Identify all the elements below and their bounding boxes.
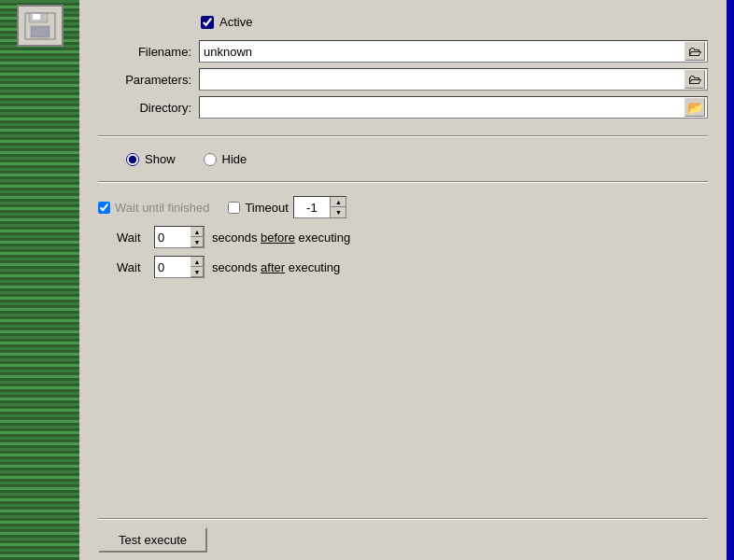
wait-before-spinner: ▲ ▼ <box>154 226 205 248</box>
timeout-spin-up[interactable]: ▲ <box>331 197 346 207</box>
filename-label: Filename: <box>98 45 191 59</box>
separator-2 <box>98 181 708 183</box>
wait-after-input[interactable] <box>155 257 191 277</box>
wait-before-input[interactable] <box>155 227 191 247</box>
show-radio[interactable] <box>126 153 139 166</box>
wait-section: Wait until finished Timeout ▲ ▼ Wait <box>98 190 708 284</box>
timeout-input[interactable] <box>294 197 330 217</box>
separator-3 <box>98 518 708 520</box>
active-label[interactable]: Active <box>219 15 252 29</box>
form-section: Filename: 🗁 Parameters: 🗁 Directory: 📂 <box>98 40 708 119</box>
active-row: Active <box>98 7 708 40</box>
sidebar <box>0 0 79 560</box>
test-execute-button[interactable]: Test execute <box>98 527 207 553</box>
filename-browse-button[interactable]: 🗁 <box>685 42 705 61</box>
wait-before-label: Wait <box>117 231 147 245</box>
wait-after-spinner: ▲ ▼ <box>154 256 205 278</box>
timeout-spin-down[interactable]: ▼ <box>331 207 346 217</box>
wait-before-spin-down[interactable]: ▼ <box>191 237 204 247</box>
wait-after-label: Wait <box>117 260 147 274</box>
wait-before-spin-up[interactable]: ▲ <box>191 227 204 237</box>
active-checkbox[interactable] <box>201 16 214 29</box>
main-content: Active Filename: 🗁 Parameters: 🗁 Directo… <box>79 0 727 560</box>
wait-after-spin-up[interactable]: ▲ <box>191 257 204 267</box>
timeout-spinner: ▲ ▼ <box>293 196 346 218</box>
directory-input-wrap: 📂 <box>199 96 708 119</box>
timeout-group: Timeout ▲ ▼ <box>228 196 346 218</box>
hide-radio[interactable] <box>204 153 217 166</box>
wait-until-checkbox[interactable] <box>98 202 110 214</box>
wait-after-spinner-buttons: ▲ ▼ <box>191 257 204 277</box>
wait-after-spin-down[interactable]: ▼ <box>191 267 204 277</box>
timeout-label: Timeout <box>245 201 288 215</box>
directory-label: Directory: <box>98 101 191 115</box>
wait-top-row: Wait until finished Timeout ▲ ▼ <box>98 196 708 218</box>
parameters-row: Parameters: 🗁 <box>98 68 708 91</box>
parameters-label: Parameters: <box>98 73 191 87</box>
show-label: Show <box>145 152 176 166</box>
directory-input[interactable] <box>202 101 685 115</box>
timeout-spinner-buttons: ▲ ▼ <box>330 197 346 217</box>
task-icon <box>17 5 64 47</box>
parameters-input[interactable] <box>202 73 685 87</box>
wait-until-label: Wait until finished <box>115 201 209 215</box>
timeout-checkbox[interactable] <box>228 202 240 214</box>
filename-input[interactable] <box>202 45 685 59</box>
wait-after-text: seconds after executing <box>212 260 340 274</box>
svg-rect-3 <box>33 14 40 20</box>
filename-input-wrap: 🗁 <box>199 40 708 63</box>
svg-rect-2 <box>31 26 49 37</box>
hide-label: Hide <box>222 152 247 166</box>
wait-after-row: Wait ▲ ▼ seconds after executing <box>98 256 708 278</box>
hide-option[interactable]: Hide <box>204 152 247 166</box>
wait-before-text: seconds before executing <box>212 231 350 245</box>
wait-before-row: Wait ▲ ▼ seconds before executing <box>98 226 708 248</box>
filename-row: Filename: 🗁 <box>98 40 708 63</box>
bottom-section: Test execute <box>98 503 708 553</box>
right-border <box>727 0 734 560</box>
visibility-row: Show Hide <box>98 145 708 174</box>
parameters-input-wrap: 🗁 <box>199 68 708 91</box>
show-option[interactable]: Show <box>126 152 176 166</box>
wait-before-spinner-buttons: ▲ ▼ <box>191 227 204 247</box>
wait-until-option[interactable]: Wait until finished <box>98 201 209 215</box>
directory-browse-button[interactable]: 📂 <box>685 98 705 117</box>
directory-row: Directory: 📂 <box>98 96 708 119</box>
separator-1 <box>98 135 708 137</box>
parameters-browse-button[interactable]: 🗁 <box>685 70 705 89</box>
